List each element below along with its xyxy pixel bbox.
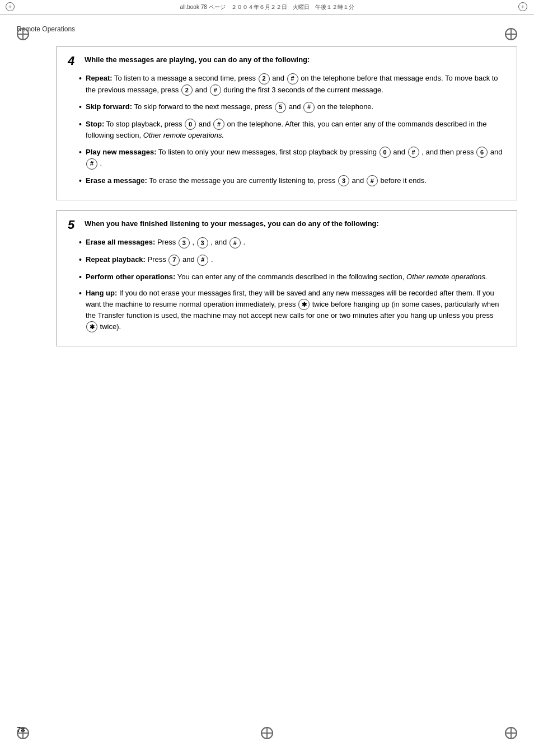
page: all.book 78 ページ ２００４年６月２２日 火曜日 午後１２時１分 R… (0, 0, 534, 756)
step5-title: When you have finished listening to your… (85, 219, 379, 229)
and-word-8: and (214, 238, 228, 246)
header-bar: all.book 78 ページ ２００４年６月２２日 火曜日 午後１２時１分 (0, 0, 534, 15)
and-word-5: and (393, 148, 407, 156)
and-word-6: and (490, 148, 503, 156)
hang-up-term: Hang up: (86, 289, 117, 297)
bottom-center-mark (261, 727, 273, 739)
step5-bullets: Erase all messages: Press 3 , 3 , and # … (68, 237, 505, 332)
corner-mark-bl (17, 727, 29, 739)
bullet-play-new: Play new messages: To listen to only you… (79, 147, 505, 170)
key-5: 5 (275, 102, 286, 113)
key-3b: 3 (179, 237, 190, 248)
key-hash8: # (229, 237, 241, 248)
step4-block: 4 While the messages are playing, you ca… (56, 46, 517, 200)
play-new-term: Play new messages: (86, 148, 156, 156)
perform-other-term: Perform other operations: (86, 273, 175, 281)
erase-message-term: Erase a message: (86, 176, 147, 185)
bullet-stop: Stop: To stop playback, press 0 and # on… (79, 119, 505, 141)
corner-mark-tr (505, 28, 517, 40)
bullet-skip-forward: Skip forward: To skip forward to the nex… (79, 101, 505, 113)
reg-mark-top-left (6, 2, 16, 12)
key-0b: 0 (380, 147, 391, 158)
key-0a: 0 (185, 119, 196, 130)
key-hash5: # (408, 147, 419, 158)
bullet-repeat-playback: Repeat playback: Press 7 and # . (79, 254, 505, 266)
erase-all-term: Erase all messages: (86, 238, 155, 246)
key-6: 6 (476, 147, 488, 158)
skip-forward-term: Skip forward: (86, 102, 132, 111)
section-label: Remote Operations (0, 15, 534, 35)
corner-mark-tl (17, 28, 29, 40)
key-hash3: # (303, 102, 315, 113)
step4-number: 4 (68, 55, 79, 67)
step5-header: 5 When you have finished listening to yo… (68, 219, 505, 231)
step5-number: 5 (68, 219, 79, 231)
step4-bullets: Repeat: To listen to a message a second … (68, 73, 505, 186)
bullet-repeat: Repeat: To listen to a message a second … (79, 73, 505, 96)
reg-mark-top-right (518, 2, 528, 12)
key-hash7: # (367, 175, 378, 186)
other-remote-ops-1: Other remote operations. (143, 131, 224, 139)
key-hash2: # (210, 84, 221, 96)
other-remote-ops-2: Other remote operations. (406, 273, 488, 281)
bullet-erase-message: Erase a message: To erase the message yo… (79, 175, 505, 187)
repeat-playback-term: Repeat playback: (86, 255, 146, 264)
key-2a: 2 (259, 73, 270, 84)
key-hash6: # (86, 158, 97, 170)
and-word-4: and (199, 120, 213, 128)
stop-term: Stop: (86, 120, 104, 128)
and-word-9: and (182, 255, 196, 264)
and-word-7: and (352, 176, 366, 185)
bullet-hang-up: Hang up: If you do not erase your messag… (79, 288, 505, 332)
key-hash4: # (213, 119, 224, 130)
content-area: 4 While the messages are playing, you ca… (56, 46, 517, 346)
key-hash1: # (287, 73, 298, 84)
key-hash9: # (197, 255, 208, 266)
key-star1: ✱ (298, 299, 310, 310)
step5-block: 5 When you have finished listening to yo… (56, 210, 517, 346)
and-word-2: and (195, 86, 209, 94)
corner-mark-br (505, 727, 517, 739)
key-3a: 3 (338, 175, 349, 186)
key-3c: 3 (197, 237, 208, 248)
and-word-1: and (272, 74, 286, 82)
bullet-erase-all: Erase all messages: Press 3 , 3 , and # … (79, 237, 505, 248)
key-star2: ✱ (86, 321, 97, 332)
header-text: all.book 78 ページ ２００４年６月２２日 火曜日 午後１２時１分 (180, 3, 354, 11)
key-2b: 2 (181, 84, 193, 96)
key-7: 7 (168, 255, 180, 266)
step4-header: 4 While the messages are playing, you ca… (68, 55, 505, 67)
repeat-term: Repeat: (86, 74, 113, 82)
bullet-perform-other: Perform other operations: You can enter … (79, 271, 505, 283)
and-word-3: and (289, 102, 303, 111)
step4-title: While the messages are playing, you can … (85, 55, 310, 65)
